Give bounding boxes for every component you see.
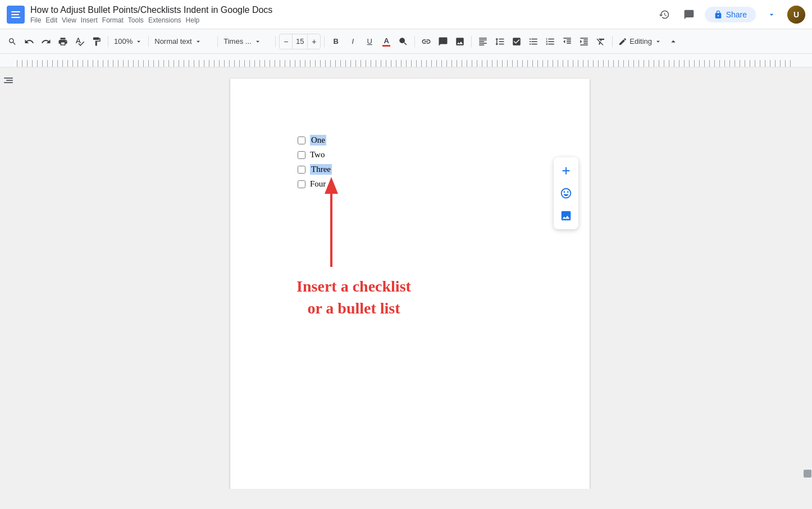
annotation-line-1: Insert a checklist — [247, 275, 460, 297]
arrow-svg — [309, 174, 354, 275]
checklist-label-1: One — [310, 135, 326, 146]
outline-icon — [2, 75, 15, 85]
numbered-list-button[interactable] — [542, 34, 558, 49]
title-area: How to Adjust Bullet Points/Checklists I… — [30, 5, 655, 24]
title-bar: How to Adjust Bullet Points/Checklists I… — [0, 0, 812, 29]
doc-canvas-wrapper[interactable]: One Two Three Four — [17, 67, 803, 489]
menu-file[interactable]: File — [30, 16, 41, 24]
line-spacing-button[interactable] — [492, 34, 508, 49]
doc-page: One Two Three Four — [230, 79, 590, 489]
separator-4 — [275, 36, 276, 47]
insert-image-button[interactable] — [452, 34, 468, 49]
font-select[interactable]: Times ... — [221, 34, 272, 49]
separator-3 — [217, 36, 218, 47]
share-button[interactable]: Share — [705, 7, 756, 22]
checklist-item-3: Three — [298, 164, 332, 175]
font-size-input[interactable]: 15 — [292, 34, 308, 49]
checklist-button[interactable] — [509, 34, 524, 49]
toolbar-collapse-button[interactable] — [665, 34, 681, 49]
float-panel — [554, 157, 578, 229]
comments-button[interactable] — [680, 6, 698, 24]
avatar[interactable]: U — [787, 6, 805, 24]
separator-8 — [612, 36, 613, 47]
highlight-button[interactable] — [395, 34, 411, 49]
separator-1 — [108, 36, 108, 47]
history-button[interactable] — [655, 6, 673, 24]
separator-7 — [471, 36, 472, 47]
bullet-list-button[interactable] — [526, 34, 541, 49]
float-add-button[interactable] — [556, 161, 576, 181]
main-area: One Two Three Four — [0, 67, 812, 489]
font-value: Times ... — [223, 37, 251, 46]
checklist-item-2: Two — [298, 150, 332, 160]
insert-comment-button[interactable] — [435, 34, 451, 49]
edit-mode-label: Editing — [629, 37, 652, 46]
annotation-area: Insert a checklist or a bullet list — [264, 174, 489, 427]
checkbox-1[interactable] — [298, 137, 305, 144]
menu-extensions[interactable]: Extensions — [148, 16, 181, 24]
bold-button[interactable]: B — [328, 34, 344, 49]
checkbox-3[interactable] — [298, 166, 305, 174]
menu-edit[interactable]: Edit — [45, 16, 57, 24]
paint-format-button[interactable] — [89, 34, 104, 49]
menu-format[interactable]: Format — [102, 16, 124, 24]
doc-title[interactable]: How to Adjust Bullet Points/Checklists I… — [30, 5, 655, 15]
style-value: Normal text — [154, 37, 191, 46]
print-button[interactable] — [55, 34, 71, 49]
ruler-marks — [17, 60, 795, 67]
outline-toggle[interactable] — [0, 73, 17, 88]
clear-format-button[interactable] — [593, 34, 609, 49]
checklist-item-1: One — [298, 135, 332, 146]
align-button[interactable] — [475, 34, 491, 49]
menu-help[interactable]: Help — [186, 16, 200, 24]
share-dropdown[interactable] — [763, 6, 781, 24]
doc-icon — [7, 6, 25, 24]
underline-button[interactable]: U — [362, 34, 377, 49]
toolbar: 100% Normal text Times ... − 15 + B I U … — [0, 29, 812, 54]
share-label: Share — [726, 10, 747, 19]
checklist-label-2: Two — [310, 150, 325, 160]
annotation-line-2: or a bullet list — [247, 297, 460, 319]
checklist-label-3: Three — [310, 164, 332, 175]
separator-6 — [414, 36, 415, 47]
scroll-to-bottom[interactable] — [804, 470, 811, 478]
title-meta: File Edit View Insert Format Tools Exten… — [30, 16, 655, 24]
font-size-increase[interactable]: + — [308, 34, 320, 49]
separator-2 — [148, 36, 149, 47]
edit-mode-select[interactable]: Editing — [616, 34, 664, 49]
svg-marker-1 — [325, 177, 338, 194]
title-actions: Share U — [655, 6, 805, 24]
float-emoji-button[interactable] — [556, 183, 576, 203]
style-select[interactable]: Normal text — [152, 34, 214, 49]
checkbox-2[interactable] — [298, 151, 305, 159]
italic-button[interactable]: I — [345, 34, 361, 49]
text-color-button[interactable]: A — [378, 34, 394, 49]
menu-tools[interactable]: Tools — [128, 16, 144, 24]
link-button[interactable] — [418, 34, 434, 49]
separator-5 — [324, 36, 325, 47]
font-size-decrease[interactable]: − — [280, 34, 292, 49]
undo-button[interactable] — [21, 34, 37, 49]
right-scroll-area — [803, 67, 812, 489]
annotation-text: Insert a checklist or a bullet list — [247, 275, 460, 416]
zoom-value: 100% — [114, 37, 133, 46]
redo-button[interactable] — [38, 34, 54, 49]
decrease-indent-button[interactable] — [559, 34, 575, 49]
left-sidebar — [0, 67, 17, 489]
ruler — [0, 54, 812, 67]
zoom-select[interactable]: 100% — [112, 34, 145, 49]
increase-indent-button[interactable] — [576, 34, 592, 49]
menu-view[interactable]: View — [62, 16, 76, 24]
search-button[interactable] — [4, 34, 20, 49]
menu-insert[interactable]: Insert — [81, 16, 98, 24]
spellcheck-button[interactable] — [72, 34, 88, 49]
float-image-button[interactable] — [556, 206, 576, 226]
font-size-area: − 15 + — [279, 34, 321, 49]
